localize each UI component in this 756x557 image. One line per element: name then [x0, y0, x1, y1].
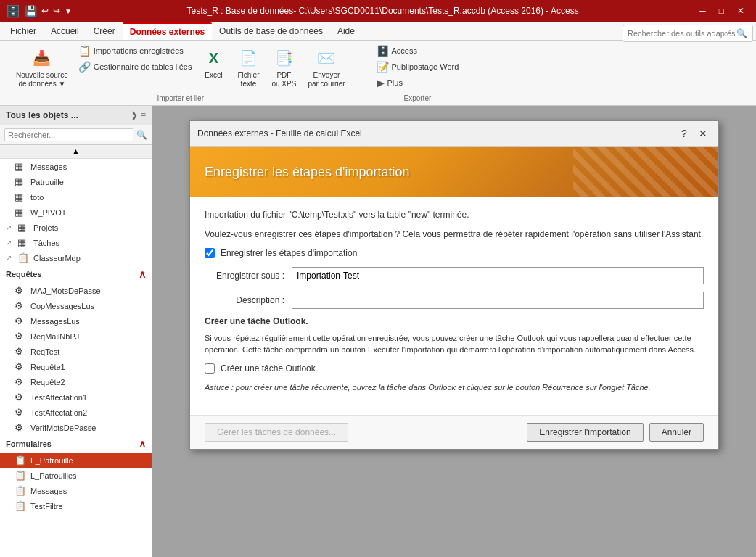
- manage-tasks-button[interactable]: Gérer les tâches de données...: [205, 423, 348, 442]
- sidebar-item-toto[interactable]: ▦ toto: [0, 189, 152, 205]
- menu-donnees-externes[interactable]: Données externes: [123, 22, 212, 40]
- cancel-button[interactable]: Annuler: [649, 423, 704, 442]
- sidebar-item-cop-messages[interactable]: ⚙ CopMessagesLus: [0, 298, 152, 313]
- ribbon-btn-importations-enregistrees[interactable]: 📋 Importations enregistrées: [75, 44, 195, 58]
- sidebar-item-projets[interactable]: ↗ ▦ Projets: [0, 220, 152, 235]
- sidebar-search-button[interactable]: 🔍: [136, 130, 147, 140]
- plus-label: Plus: [387, 78, 403, 87]
- sidebar-item-requete2[interactable]: ⚙ Requête2: [0, 374, 152, 389]
- restore-button[interactable]: □: [713, 0, 730, 22]
- collapse-requetes-icon[interactable]: ∧: [139, 268, 146, 280]
- ribbon-btn-plus[interactable]: ▶ Plus: [374, 75, 462, 90]
- save-steps-checkbox[interactable]: [205, 248, 215, 258]
- save-steps-label[interactable]: Enregistrer les étapes d'importation: [221, 248, 357, 258]
- ribbon-btn-gestionnaire[interactable]: 🔗 Gestionnaire de tables liées: [75, 59, 195, 74]
- sidebar-item-patrouille[interactable]: ▦ Patrouille: [0, 174, 152, 189]
- quick-access-dropdown[interactable]: ▼: [65, 7, 72, 15]
- query-icon: ⚙: [15, 331, 26, 342]
- gestionnaire-label: Gestionnaire de tables liées: [94, 62, 192, 71]
- sidebar-item-label: TestFiltre: [30, 502, 63, 511]
- sidebar-item-w-pivot[interactable]: ▦ W_PIVOT: [0, 205, 152, 220]
- menu-fichier[interactable]: Fichier: [3, 23, 44, 39]
- table-icon: ▦: [15, 161, 26, 172]
- dialog-close-button[interactable]: ✕: [695, 125, 711, 141]
- sidebar-item-test-filtre[interactable]: 📋 TestFiltre: [0, 498, 152, 513]
- table-icon: ▦: [17, 237, 29, 248]
- ribbon-group-importer: 📥 Nouvelle sourcede données ▼ 📋 Importat…: [6, 44, 356, 102]
- menu-aide[interactable]: Aide: [330, 23, 362, 39]
- menu-creer[interactable]: Créer: [86, 23, 123, 39]
- ribbon-exporter-buttons: 🗄️ Access 📝 Publipostage Word ▶ Plus: [374, 44, 462, 91]
- redo-icon[interactable]: ↪: [53, 6, 60, 16]
- hint-text: Astuce : pour créer une tâche récurrente…: [205, 382, 704, 393]
- sidebar-item-messages[interactable]: ▦ Messages: [0, 159, 152, 174]
- dialog-body: Importation du fichier "C:\temp\Test.xls…: [190, 197, 718, 415]
- sidebar-item-label: L_Patrouilles: [30, 471, 77, 480]
- sidebar-item-test-affectation2[interactable]: ⚙ TestAffectation2: [0, 405, 152, 420]
- menu-accueil[interactable]: Accueil: [44, 23, 86, 39]
- ribbon-btn-excel[interactable]: X Excel: [197, 44, 229, 82]
- undo-icon[interactable]: ↩: [41, 6, 49, 16]
- dialog-titlebar: Données externes - Feuille de calcul Exc…: [190, 121, 718, 147]
- outlook-checkbox-row: Créer une tâche Outlook: [205, 363, 704, 374]
- sidebar-item-messages-lus[interactable]: ⚙ MessagesLus: [0, 313, 152, 329]
- save-import-button[interactable]: Enregistrer l'importation: [527, 423, 643, 442]
- sidebar-search-input[interactable]: [4, 128, 133, 141]
- enregistrer-sous-input[interactable]: [292, 267, 704, 284]
- importations-icon: 📋: [78, 45, 91, 57]
- ribbon-btn-publipostage[interactable]: 📝 Publipostage Word: [374, 59, 462, 74]
- sidebar-item-test-affectation1[interactable]: ⚙ TestAffectation1: [0, 389, 152, 405]
- outlook-label[interactable]: Créer une tâche Outlook: [221, 363, 316, 374]
- close-button[interactable]: ✕: [731, 0, 750, 22]
- section-header-formulaires[interactable]: Formulaires ∧: [0, 435, 152, 453]
- ribbon-btn-envoyer[interactable]: ✉️ Envoyerpar courrier: [303, 44, 349, 91]
- sidebar-item-requete1[interactable]: ⚙ Requête1: [0, 359, 152, 374]
- sidebar-expand-icon[interactable]: ❯: [131, 110, 138, 120]
- sidebar-item-req-mail[interactable]: ⚙ ReqMailNbPJ: [0, 329, 152, 344]
- sidebar-item-label: TestAffectation1: [30, 393, 87, 402]
- menu-bar: Fichier Accueil Créer Données externes O…: [0, 22, 756, 41]
- sidebar-item-classeur-mdp[interactable]: ↗ 📋 ClasseurMdp: [0, 250, 152, 265]
- ribbon-btn-nouvelle-source[interactable]: 📥 Nouvelle sourcede données ▼: [12, 44, 73, 91]
- ribbon-btn-fichier-texte[interactable]: 📄 Fichiertexte: [232, 44, 264, 91]
- ribbon-search-input[interactable]: [628, 29, 736, 38]
- table-icon: ▦: [17, 222, 29, 233]
- description-label: Description :: [205, 295, 292, 305]
- sidebar-item-l-patrouilles[interactable]: 📋 L_Patrouilles: [0, 468, 152, 483]
- sidebar-item-f-patrouille[interactable]: 📋 F_Patrouille: [0, 453, 152, 468]
- sidebar-item-taches[interactable]: ↗ ▦ Tâches: [0, 235, 152, 250]
- sidebar-menu-icon[interactable]: ≡: [141, 110, 146, 120]
- section-header-requetes[interactable]: Requêtes ∧: [0, 265, 152, 283]
- collapse-formulaires-icon[interactable]: ∧: [139, 438, 146, 450]
- dialog-banner: Enregistrer les étapes d'importation: [190, 147, 718, 197]
- quick-save-icon[interactable]: 💾: [25, 5, 37, 17]
- outlook-checkbox[interactable]: [205, 363, 215, 374]
- section-label-formulaires: Formulaires: [6, 440, 52, 448]
- minimize-button[interactable]: ─: [694, 0, 712, 22]
- ribbon-btn-pdf[interactable]: 📑 PDFou XPS: [267, 44, 300, 91]
- sidebar-header: Tous les objets ... ❯ ≡: [0, 106, 152, 125]
- ribbon-btn-access[interactable]: 🗄️ Access: [374, 44, 462, 58]
- sidebar-item-label: VerifMotsDePasse: [30, 424, 96, 432]
- ribbon-small-group-importer: 📋 Importations enregistrées 🔗 Gestionnai…: [75, 44, 195, 74]
- sidebar-item-label: Messages: [30, 162, 67, 171]
- sidebar-item-verif-mdp[interactable]: ⚙ VerifMotsDePasse: [0, 420, 152, 435]
- sidebar-item-maj-mdp[interactable]: ⚙ MAJ_MotsDePasse: [0, 283, 152, 298]
- sidebar-scroll-up[interactable]: ▲: [0, 145, 152, 159]
- description-input[interactable]: [292, 292, 704, 309]
- sidebar-item-req-test[interactable]: ⚙ ReqTest: [0, 344, 152, 359]
- sidebar-item-label: TestAffectation2: [30, 408, 87, 417]
- sidebar-item-messages-form[interactable]: 📋 Messages: [0, 483, 152, 498]
- ribbon-small-group-exporter: 🗄️ Access 📝 Publipostage Word ▶ Plus: [374, 44, 462, 90]
- dialog-footer: Gérer les tâches de données... Enregistr…: [190, 415, 718, 449]
- dialog-help-button[interactable]: ?: [676, 125, 692, 141]
- sidebar-item-label: CopMessagesLus: [30, 302, 94, 310]
- dialog-controls: ? ✕: [676, 125, 711, 141]
- footer-right: Enregistrer l'importation Annuler: [527, 423, 704, 442]
- ribbon-group-exporter: 🗄️ Access 📝 Publipostage Word ▶ Plus Exp…: [368, 44, 468, 102]
- sidebar-item-label: Requête2: [30, 378, 65, 387]
- exporter-group-label: Exporter: [404, 91, 432, 102]
- access-icon: 🗄️: [377, 45, 389, 57]
- menu-outils-bdd[interactable]: Outils de base de données: [212, 23, 330, 39]
- form-icon: 📋: [15, 470, 26, 481]
